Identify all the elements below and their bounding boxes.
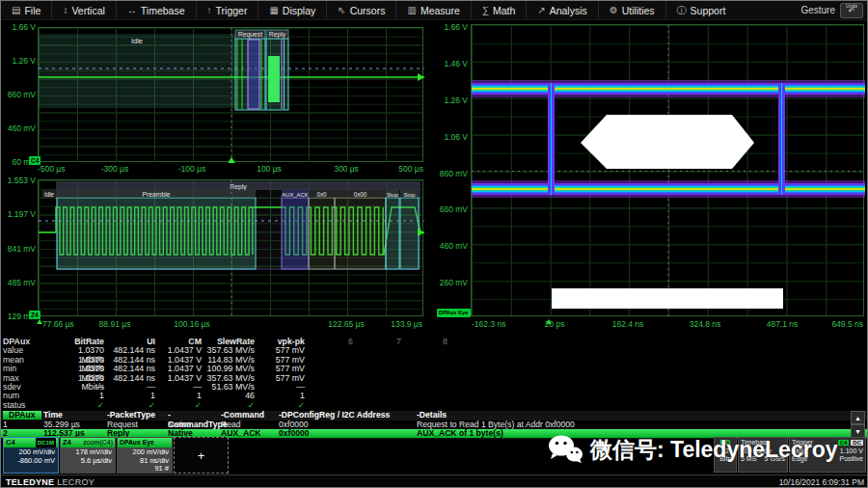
undo-button[interactable]: Undo ↶: [840, 3, 863, 18]
decode-scrollbar[interactable]: ▲ ▼: [851, 411, 865, 438]
measure-row-label: status: [3, 401, 59, 410]
grid1-x-label: 100 µs: [257, 164, 282, 174]
decode-cell-details: Request to Read 1 Byte(s) at Addr 0xf000…: [417, 420, 868, 428]
c4-channel-badge[interactable]: C4: [29, 156, 41, 165]
menu-file-label: File: [24, 5, 41, 16]
wechat-watermark: 微信号: TeledyneLecroy: [547, 434, 837, 465]
reply-annotation-box[interactable]: Reply: [266, 30, 288, 110]
stop1-label: Stop: [387, 192, 399, 198]
decode-col-command[interactable]: -Command: [221, 411, 279, 420]
decode-col-commandtype[interactable]: -CommandType: [168, 411, 221, 420]
idle-annotation: Idle: [41, 190, 57, 198]
z4-descriptor-title: Z4: [63, 438, 71, 447]
grid1-y-label: 860 mV: [1, 90, 36, 99]
stop2-annotation-box[interactable]: Stop: [400, 190, 419, 269]
reply-burst: [268, 56, 280, 102]
preamble-annotation-box[interactable]: Preamble: [57, 190, 256, 269]
overview-waveform-grid[interactable]: Request Reply Idle: [38, 27, 423, 162]
eye-descriptor-title: DPAux Eye: [120, 438, 154, 447]
undo-icon: ↶: [849, 8, 855, 15]
oscilloscope-screen: ▤File ↕Vertical ↔Timebase ↑Trigger ▦Disp…: [0, 0, 868, 488]
reply-label: Reply: [269, 31, 286, 39]
data-0x0-annotation-box[interactable]: 0x0: [309, 190, 335, 269]
measure-col-p8[interactable]: 8: [401, 338, 448, 346]
c4-coupling-badge: DC1M: [36, 438, 56, 447]
scroll-up-icon[interactable]: ▲: [851, 411, 865, 424]
menu-support[interactable]: ⓘSupport: [666, 1, 737, 19]
decode-row-index: 1: [1, 420, 43, 428]
trigger-icon: ↑: [207, 5, 212, 15]
eye-x-label: 649.5 ns: [831, 319, 863, 329]
z4-descriptor-box[interactable]: Z4 zoom(C4) 178 mV/div 5.6 µs/div: [60, 437, 116, 474]
trigger-position-marker[interactable]: [228, 157, 235, 163]
measure-cell: —: [104, 383, 155, 392]
decode-cell-time: 35.299 µs: [43, 420, 107, 428]
data-0x00-label: 0x00: [354, 191, 367, 198]
decode-cell-command: AUX_ACK: [221, 429, 279, 437]
trigger-coupling-badge: DC: [851, 440, 863, 446]
dpaux-eye-badge[interactable]: DPAux Eye: [437, 309, 471, 317]
menu-trigger-label: Trigger: [216, 5, 248, 16]
menu-vertical[interactable]: ↕Vertical: [52, 1, 116, 19]
menu-trigger[interactable]: ↑Trigger: [197, 1, 259, 19]
decode-col-details[interactable]: -Details: [417, 411, 868, 420]
eye-mask-bar: [552, 288, 783, 309]
zoom-waveform-grid[interactable]: Reply Idle Preamble AUX_ACK: [38, 179, 423, 316]
data-0x00-annotation-box[interactable]: 0x00: [335, 190, 386, 269]
menu-math[interactable]: ∑Math: [472, 1, 527, 19]
menu-utilities-label: Utilities: [622, 5, 655, 16]
menu-timebase-label: Timebase: [141, 5, 185, 16]
decode-protocol-badge[interactable]: DPAux: [3, 411, 41, 420]
menu-bar: ▤File ↕Vertical ↔Timebase ↑Trigger ▦Disp…: [1, 1, 868, 20]
menu-analysis[interactable]: ↗Analysis: [527, 1, 599, 19]
menu-cursors[interactable]: ⇖Cursors: [327, 1, 396, 19]
eye-x-label: -162.3 ns: [472, 319, 505, 329]
status-ok-icon: ✓: [202, 401, 255, 410]
grid2-x-label: 133.9 µs: [391, 319, 422, 329]
analysis-icon: ↗: [537, 5, 545, 15]
stop2-label: Stop: [403, 192, 416, 198]
eye-mask-hexagon: [581, 115, 754, 169]
z4-time-per-div: 5.6 µs/div: [64, 457, 112, 466]
menu-display[interactable]: ▦Display: [258, 1, 327, 19]
z4-channel-badge[interactable]: Z4: [29, 311, 41, 319]
cursors-icon: ⇖: [338, 5, 345, 15]
add-trace-button[interactable]: +: [174, 437, 229, 474]
data-0x0-label: 0x0: [316, 191, 327, 198]
stop1-annotation-box[interactable]: Stop: [386, 190, 399, 269]
dpaux-eye-descriptor-box[interactable]: DPAux Eye 200 mV/div 81 ns/div 91 #: [117, 437, 173, 474]
eye-y-label: 1.46 V: [433, 59, 468, 68]
menu-timebase[interactable]: ↔Timebase: [117, 1, 197, 19]
trigger-source-badge: C4: [838, 440, 850, 446]
aux-ack-annotation-box[interactable]: AUX_ACK: [282, 190, 309, 269]
measure-col-p6[interactable]: 6: [305, 338, 353, 346]
scroll-down-icon[interactable]: ▼: [851, 424, 865, 438]
trigger-level: 1.100 V: [840, 447, 863, 456]
eye-y-label: 1.66 V: [433, 22, 468, 32]
grid2-x-label: 77.66 µs: [42, 319, 74, 329]
menu-file[interactable]: ▤File: [1, 1, 52, 19]
decode-cell-address: 0xf0000: [279, 429, 417, 437]
grid1-y-label: 1.26 V: [1, 56, 36, 66]
measure-col-p7[interactable]: 7: [353, 338, 401, 346]
timebase-icon: ↔: [127, 5, 137, 15]
measurement-table: DPAux BitRate UI CM SlewRate vpk-pk 6 7 …: [3, 338, 456, 410]
decode-col-packettype[interactable]: -PacketType: [107, 411, 168, 420]
status-ok-icon: ✓: [255, 401, 305, 410]
measure-row-num: num 1 1 1 46 1: [3, 392, 456, 400]
menu-utilities[interactable]: ⚙Utilities: [599, 1, 666, 19]
utilities-icon: ⚙: [610, 5, 618, 15]
request-annotation-box[interactable]: Request: [235, 30, 265, 110]
c4-descriptor-box[interactable]: C4 DC1M 200 mV/div -860.00 mV: [3, 437, 59, 474]
decode-col-address[interactable]: -DPConfigReg / I2C Address: [279, 411, 417, 420]
aux-ack-label: AUX_ACK: [282, 192, 309, 198]
menu-display-label: Display: [283, 5, 315, 16]
eye-diagram-grid[interactable]: [471, 24, 864, 316]
brand-light: LECROY: [57, 477, 95, 487]
eye-x-label: 487.1 ns: [767, 319, 799, 329]
plus-icon: +: [198, 448, 205, 463]
menu-measure[interactable]: ▥Measure: [396, 1, 471, 19]
preamble-label: Preamble: [142, 191, 170, 198]
trace-level-arrow: [418, 73, 424, 81]
decode-col-time[interactable]: Time: [43, 411, 107, 420]
